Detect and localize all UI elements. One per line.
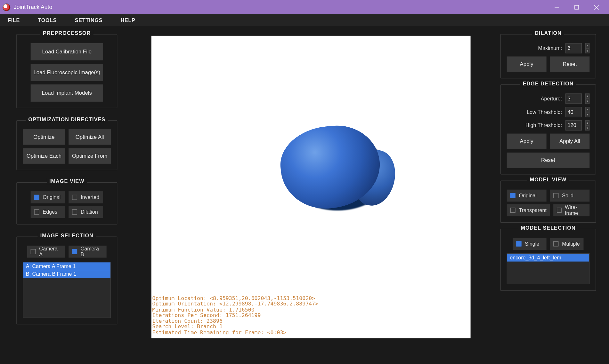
checkbox-label: Edges [43, 209, 57, 215]
status-overlay: Optimum Location: <8.959351,20.602043,-1… [152, 296, 318, 336]
image-view-panel: IMAGE VIEW Original Inverted Edges Dilat… [16, 182, 117, 225]
optimize-button[interactable]: Optimize [23, 129, 65, 145]
aperture-input[interactable] [565, 93, 582, 104]
high-threshold-field[interactable] [566, 123, 581, 129]
minimize-button[interactable] [547, 0, 567, 14]
image-selection-panel: IMAGE SELECTION Camera A Camera B A: Cam… [16, 237, 117, 325]
model-view-panel: MODEL VIEW Original Solid Transparent Wi… [500, 180, 596, 223]
image-view-dilation-checkbox[interactable]: Dilation [69, 206, 103, 218]
checkbox-icon [34, 210, 39, 215]
checkbox-icon [72, 195, 77, 200]
frame-listbox[interactable]: A: Camera A Frame 1 B: Camera B Frame 1 [23, 262, 111, 318]
menu-help[interactable]: HELP [118, 15, 138, 25]
arrow-down-icon[interactable]: ▼ [585, 112, 589, 117]
image-view-inverted-checkbox[interactable]: Inverted [69, 191, 103, 203]
low-threshold-input[interactable] [565, 107, 582, 117]
spinner-arrows[interactable]: ▲▼ [585, 107, 589, 117]
checkbox-label: Camera B [80, 246, 103, 258]
dilation-apply-button[interactable]: Apply [507, 56, 547, 72]
spinner-arrows[interactable]: ▲▼ [585, 93, 589, 104]
maximize-button[interactable] [567, 0, 587, 14]
model-selection-panel: MODEL SELECTION Single Multiple encore_3… [500, 229, 596, 291]
low-threshold-field[interactable] [566, 109, 581, 115]
arrow-down-icon[interactable]: ▼ [585, 125, 589, 131]
dilation-reset-button[interactable]: Reset [550, 56, 589, 72]
dilation-max-field[interactable] [566, 45, 581, 51]
optimization-directives-panel: OPTIMIZATION DIRECTIVES Optimize Optimiz… [16, 120, 117, 170]
arrow-up-icon[interactable]: ▲ [585, 43, 589, 48]
checkbox-label: Dilation [81, 209, 98, 215]
image-view-edges-checkbox[interactable]: Edges [31, 206, 65, 218]
camera-a-checkbox[interactable]: Camera A [27, 246, 65, 258]
list-item[interactable]: A: Camera A Frame 1 [23, 262, 110, 270]
image-view-original-checkbox[interactable]: Original [31, 191, 65, 203]
aperture-field[interactable] [566, 96, 581, 102]
checkbox-label: Original [43, 194, 61, 200]
menu-settings[interactable]: SETTINGS [72, 15, 105, 25]
panel-title: MODEL SELECTION [518, 225, 578, 231]
high-threshold-label: High Threshold: [525, 123, 562, 129]
edge-apply-all-button[interactable]: Apply All [550, 134, 589, 149]
list-item[interactable]: encore_3d_4_left_fem [507, 254, 589, 261]
menu-tools[interactable]: TOOLS [35, 15, 59, 25]
arrow-down-icon[interactable]: ▼ [585, 99, 589, 104]
checkbox-icon [72, 249, 77, 254]
edge-detection-panel: EDGE DETECTION Aperture: ▲▼ Low Threshol… [500, 84, 596, 175]
camera-b-checkbox[interactable]: Camera B [69, 246, 107, 258]
load-calibration-button[interactable]: Load Calibration File [31, 43, 103, 60]
model-view-solid-checkbox[interactable]: Solid [550, 190, 589, 202]
high-threshold-input[interactable] [565, 120, 582, 131]
menubar: FILE TOOLS SETTINGS HELP [0, 14, 609, 26]
model-view-original-checkbox[interactable]: Original [507, 190, 547, 202]
preprocessor-panel: PREPROCESSOR Load Calibration File Load … [16, 34, 117, 108]
arrow-up-icon[interactable]: ▲ [585, 107, 589, 112]
load-implant-button[interactable]: Load Implant Models [31, 84, 103, 102]
dilation-panel: DILATION Maximum: ▲▼ Apply Reset [500, 34, 596, 78]
model-listbox[interactable]: encore_3d_4_left_fem [507, 253, 590, 284]
arrow-up-icon[interactable]: ▲ [585, 93, 589, 99]
model-multiple-checkbox[interactable]: Multiple [550, 238, 583, 250]
checkbox-label: Original [519, 193, 537, 199]
load-fluoroscopic-button[interactable]: Load Fluoroscopic Image(s) [31, 64, 103, 81]
edge-apply-button[interactable]: Apply [507, 134, 547, 149]
optimize-from-button[interactable]: Optimize From [69, 148, 111, 163]
list-item[interactable]: B: Camera B Frame 1 [23, 270, 110, 278]
arrow-down-icon[interactable]: ▼ [585, 48, 589, 53]
checkbox-icon [553, 193, 558, 198]
checkbox-icon [34, 195, 39, 200]
menu-file[interactable]: FILE [5, 15, 22, 25]
checkbox-icon [510, 208, 516, 213]
model-single-checkbox[interactable]: Single [513, 238, 547, 250]
window-title: JointTrack Auto [14, 4, 547, 10]
checkbox-label: Transparent [519, 207, 547, 213]
edge-reset-button[interactable]: Reset [507, 153, 590, 168]
checkbox-label: Inverted [81, 194, 99, 200]
checkbox-icon [553, 241, 558, 246]
optimize-all-button[interactable]: Optimize All [69, 129, 111, 145]
dilation-max-input[interactable] [565, 43, 582, 53]
window-controls [547, 0, 606, 14]
checkbox-label: Multiple [562, 241, 580, 247]
aperture-label: Aperture: [541, 96, 562, 102]
checkbox-icon [516, 241, 521, 246]
checkbox-label: Solid [562, 193, 573, 199]
dilation-max-label: Maximum: [538, 45, 562, 51]
model-view-wireframe-checkbox[interactable]: Wire-frame [554, 204, 590, 216]
app-icon [3, 3, 10, 11]
arrow-up-icon[interactable]: ▲ [585, 120, 589, 125]
close-button[interactable] [587, 0, 606, 14]
panel-title: DILATION [532, 30, 564, 36]
checkbox-label: Camera A [39, 246, 61, 258]
model-view-transparent-checkbox[interactable]: Transparent [507, 204, 550, 216]
titlebar: JointTrack Auto [0, 0, 609, 14]
checkbox-icon [31, 249, 36, 254]
spinner-arrows[interactable]: ▲▼ [585, 120, 589, 131]
spinner-arrows[interactable]: ▲▼ [585, 43, 589, 53]
panel-title: EDGE DETECTION [520, 81, 576, 87]
panel-title: IMAGE VIEW [47, 178, 87, 185]
checkbox-icon [72, 210, 77, 215]
panel-title: IMAGE SELECTION [38, 233, 96, 239]
viewport[interactable]: Optimum Location: <8.959351,20.602043,-1… [151, 36, 471, 338]
checkbox-label: Single [525, 241, 539, 247]
optimize-each-button[interactable]: Optimize Each [23, 148, 65, 163]
